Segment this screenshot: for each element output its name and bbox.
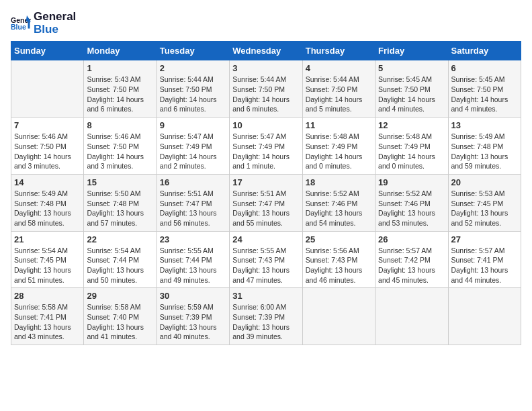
calendar-cell: 19Sunrise: 5:52 AM Sunset: 7:46 PM Dayli… [375, 174, 448, 231]
page-header: General Blue General Blue [11, 11, 521, 36]
calendar-cell: 28Sunrise: 5:58 AM Sunset: 7:41 PM Dayli… [11, 288, 84, 345]
calendar-cell: 24Sunrise: 5:55 AM Sunset: 7:43 PM Dayli… [230, 231, 302, 288]
calendar-cell: 20Sunrise: 5:53 AM Sunset: 7:45 PM Dayli… [448, 174, 521, 231]
day-info: Sunrise: 5:56 AM Sunset: 7:43 PM Dayligh… [306, 246, 372, 285]
weekday-header-thursday: Thursday [302, 42, 375, 60]
calendar-cell: 1Sunrise: 5:43 AM Sunset: 7:50 PM Daylig… [84, 60, 157, 118]
weekday-header-monday: Monday [84, 42, 157, 60]
day-info: Sunrise: 5:44 AM Sunset: 7:50 PM Dayligh… [160, 75, 226, 114]
day-number: 6 [451, 63, 518, 73]
day-info: Sunrise: 5:55 AM Sunset: 7:44 PM Dayligh… [160, 246, 226, 285]
day-number: 21 [14, 234, 81, 244]
calendar-cell: 17Sunrise: 5:51 AM Sunset: 7:47 PM Dayli… [230, 174, 302, 231]
day-number: 30 [160, 291, 226, 301]
day-info: Sunrise: 5:58 AM Sunset: 7:41 PM Dayligh… [14, 302, 81, 342]
calendar-cell: 15Sunrise: 5:50 AM Sunset: 7:48 PM Dayli… [84, 174, 157, 231]
day-number: 26 [378, 234, 445, 244]
day-info: Sunrise: 5:57 AM Sunset: 7:41 PM Dayligh… [451, 246, 518, 285]
day-number: 10 [232, 120, 299, 130]
weekday-header-friday: Friday [375, 42, 448, 60]
calendar-week-row: 21Sunrise: 5:54 AM Sunset: 7:45 PM Dayli… [11, 231, 521, 288]
day-number: 20 [451, 177, 518, 187]
calendar-cell: 13Sunrise: 5:49 AM Sunset: 7:48 PM Dayli… [448, 118, 521, 175]
day-info: Sunrise: 5:45 AM Sunset: 7:50 PM Dayligh… [451, 75, 518, 114]
calendar-cell: 2Sunrise: 5:44 AM Sunset: 7:50 PM Daylig… [157, 60, 229, 118]
weekday-header-saturday: Saturday [448, 42, 521, 60]
logo-blue: Blue [34, 24, 76, 36]
calendar-cell: 16Sunrise: 5:51 AM Sunset: 7:47 PM Dayli… [157, 174, 229, 231]
day-number: 1 [87, 63, 153, 73]
calendar-cell [375, 288, 448, 345]
calendar-cell [448, 288, 521, 345]
day-number: 11 [306, 120, 372, 130]
day-info: Sunrise: 5:45 AM Sunset: 7:50 PM Dayligh… [378, 75, 445, 114]
logo-icon: General Blue [11, 14, 31, 33]
day-number: 17 [232, 177, 299, 187]
weekday-header-sunday: Sunday [11, 42, 84, 60]
day-number: 18 [306, 177, 372, 187]
day-info: Sunrise: 5:46 AM Sunset: 7:50 PM Dayligh… [14, 132, 81, 171]
day-info: Sunrise: 5:47 AM Sunset: 7:49 PM Dayligh… [232, 132, 299, 171]
calendar-cell [302, 288, 375, 345]
day-info: Sunrise: 5:48 AM Sunset: 7:49 PM Dayligh… [306, 132, 372, 171]
day-info: Sunrise: 5:44 AM Sunset: 7:50 PM Dayligh… [306, 75, 372, 114]
calendar-cell: 30Sunrise: 5:59 AM Sunset: 7:39 PM Dayli… [157, 288, 229, 345]
calendar-cell: 3Sunrise: 5:44 AM Sunset: 7:50 PM Daylig… [230, 60, 302, 118]
calendar-week-row: 1Sunrise: 5:43 AM Sunset: 7:50 PM Daylig… [11, 60, 521, 118]
calendar-cell: 18Sunrise: 5:52 AM Sunset: 7:46 PM Dayli… [302, 174, 375, 231]
calendar-cell: 31Sunrise: 6:00 AM Sunset: 7:39 PM Dayli… [230, 288, 302, 345]
day-number: 25 [306, 234, 372, 244]
calendar-cell [11, 60, 84, 118]
day-info: Sunrise: 5:51 AM Sunset: 7:47 PM Dayligh… [232, 189, 299, 228]
calendar-week-row: 7Sunrise: 5:46 AM Sunset: 7:50 PM Daylig… [11, 118, 521, 175]
day-info: Sunrise: 5:57 AM Sunset: 7:42 PM Dayligh… [378, 246, 445, 285]
calendar-cell: 29Sunrise: 5:58 AM Sunset: 7:40 PM Dayli… [84, 288, 157, 345]
day-info: Sunrise: 5:54 AM Sunset: 7:44 PM Dayligh… [87, 246, 153, 285]
day-number: 4 [306, 63, 372, 73]
day-info: Sunrise: 5:50 AM Sunset: 7:48 PM Dayligh… [87, 189, 153, 228]
calendar-cell: 4Sunrise: 5:44 AM Sunset: 7:50 PM Daylig… [302, 60, 375, 118]
day-number: 29 [87, 291, 153, 301]
calendar-cell: 14Sunrise: 5:49 AM Sunset: 7:48 PM Dayli… [11, 174, 84, 231]
day-number: 31 [232, 291, 299, 301]
day-info: Sunrise: 5:55 AM Sunset: 7:43 PM Dayligh… [232, 246, 299, 285]
day-number: 15 [87, 177, 153, 187]
day-number: 16 [160, 177, 226, 187]
day-number: 23 [160, 234, 226, 244]
calendar-cell: 8Sunrise: 5:46 AM Sunset: 7:50 PM Daylig… [84, 118, 157, 175]
day-number: 2 [160, 63, 226, 73]
svg-text:Blue: Blue [11, 23, 26, 31]
day-number: 13 [451, 120, 518, 130]
day-number: 27 [451, 234, 518, 244]
calendar-cell: 11Sunrise: 5:48 AM Sunset: 7:49 PM Dayli… [302, 118, 375, 175]
logo: General Blue General Blue [11, 11, 76, 36]
calendar-cell: 7Sunrise: 5:46 AM Sunset: 7:50 PM Daylig… [11, 118, 84, 175]
day-number: 28 [14, 291, 81, 301]
day-info: Sunrise: 5:54 AM Sunset: 7:45 PM Dayligh… [14, 246, 81, 285]
day-info: Sunrise: 5:47 AM Sunset: 7:49 PM Dayligh… [160, 132, 226, 171]
day-info: Sunrise: 5:52 AM Sunset: 7:46 PM Dayligh… [378, 189, 445, 228]
day-info: Sunrise: 5:51 AM Sunset: 7:47 PM Dayligh… [160, 189, 226, 228]
calendar-cell: 23Sunrise: 5:55 AM Sunset: 7:44 PM Dayli… [157, 231, 229, 288]
calendar-cell: 26Sunrise: 5:57 AM Sunset: 7:42 PM Dayli… [375, 231, 448, 288]
day-info: Sunrise: 5:49 AM Sunset: 7:48 PM Dayligh… [14, 189, 81, 228]
day-info: Sunrise: 5:48 AM Sunset: 7:49 PM Dayligh… [378, 132, 445, 171]
calendar-week-row: 14Sunrise: 5:49 AM Sunset: 7:48 PM Dayli… [11, 174, 521, 231]
calendar-cell: 9Sunrise: 5:47 AM Sunset: 7:49 PM Daylig… [157, 118, 229, 175]
calendar-cell: 12Sunrise: 5:48 AM Sunset: 7:49 PM Dayli… [375, 118, 448, 175]
calendar-cell: 27Sunrise: 5:57 AM Sunset: 7:41 PM Dayli… [448, 231, 521, 288]
day-info: Sunrise: 5:44 AM Sunset: 7:50 PM Dayligh… [232, 75, 299, 114]
calendar-cell: 21Sunrise: 5:54 AM Sunset: 7:45 PM Dayli… [11, 231, 84, 288]
logo-general: General [34, 11, 76, 24]
calendar-cell: 10Sunrise: 5:47 AM Sunset: 7:49 PM Dayli… [230, 118, 302, 175]
day-info: Sunrise: 6:00 AM Sunset: 7:39 PM Dayligh… [232, 302, 299, 342]
calendar-cell: 25Sunrise: 5:56 AM Sunset: 7:43 PM Dayli… [302, 231, 375, 288]
day-number: 12 [378, 120, 445, 130]
day-number: 19 [378, 177, 445, 187]
day-number: 14 [14, 177, 81, 187]
calendar-cell: 5Sunrise: 5:45 AM Sunset: 7:50 PM Daylig… [375, 60, 448, 118]
day-info: Sunrise: 5:53 AM Sunset: 7:45 PM Dayligh… [451, 189, 518, 228]
day-info: Sunrise: 5:43 AM Sunset: 7:50 PM Dayligh… [87, 75, 153, 114]
weekday-header-row: SundayMondayTuesdayWednesdayThursdayFrid… [11, 42, 521, 60]
day-number: 24 [232, 234, 299, 244]
